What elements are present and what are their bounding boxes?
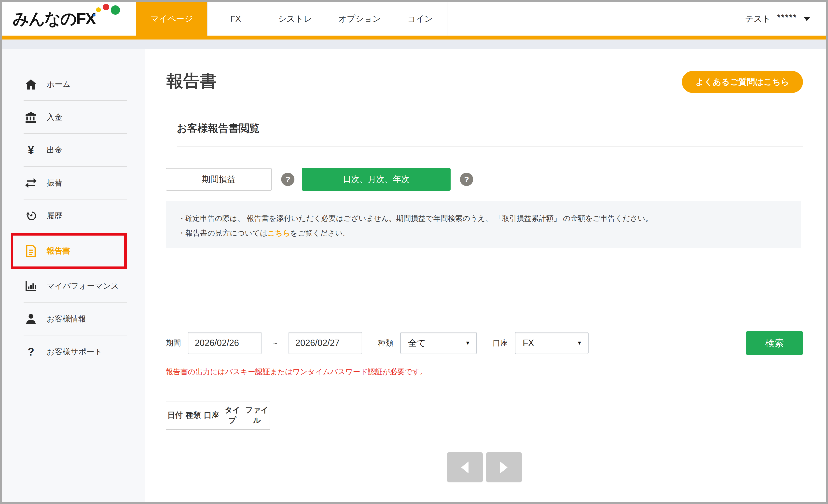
sidebar-item-label: 履歴	[47, 211, 63, 221]
sidebar: ホーム 入金 ¥ 出金 振替	[2, 49, 145, 502]
sidebar-item-deposit[interactable]: 入金	[2, 101, 145, 134]
section-divider	[177, 146, 803, 147]
help-icon[interactable]: ?	[281, 173, 294, 186]
pagination	[166, 452, 803, 483]
reports-table: 日付 種類 口座 タイプ ファイル	[166, 401, 270, 430]
period-label: 期間	[166, 338, 181, 348]
sidebar-item-label: ホーム	[47, 79, 71, 90]
daily-monthly-yearly-button[interactable]: 日次、月次、年次	[302, 168, 451, 191]
sidebar-item-history[interactable]: 履歴	[2, 199, 145, 232]
date-from-input[interactable]	[188, 332, 261, 354]
caret-down-icon: ▼	[577, 340, 582, 346]
faq-button[interactable]: よくあるご質問はこちら	[682, 71, 803, 93]
account-label: 口座	[493, 338, 508, 348]
notice-line-1: ・確定申告の際は、 報告書を添付いただく必要はございません。期間損益で年間検索の…	[178, 211, 789, 226]
period-pl-button[interactable]: 期間損益	[166, 168, 272, 191]
user-menu[interactable]: テスト *****	[745, 2, 826, 36]
tab-fx[interactable]: FX	[207, 2, 264, 36]
sidebar-item-customer-info[interactable]: お客様情報	[2, 303, 145, 335]
brand-logo[interactable]: みんなのFX	[2, 2, 136, 36]
bank-icon	[25, 111, 37, 123]
chevron-down-icon	[803, 17, 810, 21]
sidebar-item-label: 入金	[47, 112, 63, 123]
column-header-kind: タイプ	[221, 402, 244, 429]
next-page-button[interactable]	[486, 452, 522, 483]
notice-box: ・確定申告の際は、 報告書を添付いただく必要はございません。期間損益で年間検索の…	[166, 201, 801, 248]
sidebar-item-transfer[interactable]: 振替	[2, 167, 145, 199]
column-header-account: 口座	[202, 402, 221, 429]
sidebar-item-label: マイパフォーマンス	[47, 281, 119, 291]
type-select[interactable]: 全て ▼	[400, 332, 477, 354]
bar-chart-icon	[25, 280, 37, 292]
sidebar-item-label: 出金	[47, 145, 63, 155]
type-select-value: 全て	[408, 337, 426, 349]
sidebar-item-label: 報告書	[47, 246, 70, 257]
account-select[interactable]: FX ▼	[515, 332, 589, 354]
sidebar-item-label: お客様情報	[47, 314, 86, 324]
sidebar-item-withdraw[interactable]: ¥ 出金	[2, 134, 145, 167]
date-to-input[interactable]	[289, 332, 362, 354]
tab-systre[interactable]: シストレ	[264, 2, 326, 36]
sidebar-item-home[interactable]: ホーム	[2, 68, 145, 101]
search-form: 期間 ~ 種類 全て ▼ 口座 FX ▼	[166, 331, 803, 355]
notice-line-2: ・報告書の見方についてはこちらをご覧ください。	[178, 226, 789, 240]
search-button[interactable]: 検索	[746, 331, 803, 355]
history-icon	[25, 210, 37, 222]
sidebar-item-support[interactable]: ? お客様サポート	[2, 335, 145, 368]
report-type-toggle: 期間損益 ? 日次、月次、年次 ?	[166, 168, 473, 191]
arrow-left-icon	[461, 462, 468, 473]
sidebar-item-label: お客様サポート	[47, 347, 102, 357]
tab-coin[interactable]: コイン	[393, 2, 447, 36]
app-window: みんなのFX マイページ FX シストレ オプション コイン テスト *****	[2, 2, 826, 502]
column-header-date: 日付	[166, 402, 184, 429]
question-icon: ?	[25, 347, 37, 357]
sidebar-item-reports[interactable]: 報告書	[2, 232, 145, 270]
page-title: 報告書	[166, 71, 216, 91]
transfer-icon	[25, 178, 37, 188]
column-header-file: ファイル	[244, 402, 270, 429]
report-icon	[25, 245, 37, 258]
prev-page-button[interactable]	[447, 452, 483, 483]
tab-mypage[interactable]: マイページ	[136, 2, 207, 36]
type-label: 種類	[378, 338, 394, 348]
main-nav: マイページ FX シストレ オプション コイン	[136, 2, 447, 36]
main-content: 報告書 よくあるご質問はこちら お客様報告書閲覧 期間損益 ? 日次、月次、年次…	[145, 49, 826, 502]
sidebar-item-performance[interactable]: マイパフォーマンス	[2, 270, 145, 303]
kochira-link[interactable]: こちら	[267, 229, 290, 237]
help-icon[interactable]: ?	[460, 173, 473, 186]
home-icon	[25, 79, 37, 90]
arrow-right-icon	[500, 462, 507, 473]
yen-icon: ¥	[25, 145, 37, 155]
header-accent-bar	[2, 36, 826, 40]
auth-warning-text: 報告書の出力にはパスキー認証またはワンタイムパスワード認証が必要です。	[166, 367, 427, 377]
user-name: テスト	[745, 13, 771, 25]
tab-option[interactable]: オプション	[326, 2, 393, 36]
user-masked-id: *****	[777, 12, 797, 22]
sidebar-item-label: 振替	[47, 178, 63, 188]
header: みんなのFX マイページ FX シストレ オプション コイン テスト *****	[2, 2, 826, 36]
brand-logo-text: みんなのFX	[13, 8, 95, 30]
tilde-separator: ~	[273, 338, 278, 348]
section-title: お客様報告書閲覧	[177, 122, 259, 135]
page-top-band	[2, 40, 826, 49]
user-icon	[25, 313, 37, 325]
column-header-type: 種類	[184, 402, 202, 429]
account-select-value: FX	[523, 338, 534, 348]
caret-down-icon: ▼	[465, 340, 470, 346]
table-header-row: 日付 種類 口座 タイプ ファイル	[166, 402, 270, 429]
